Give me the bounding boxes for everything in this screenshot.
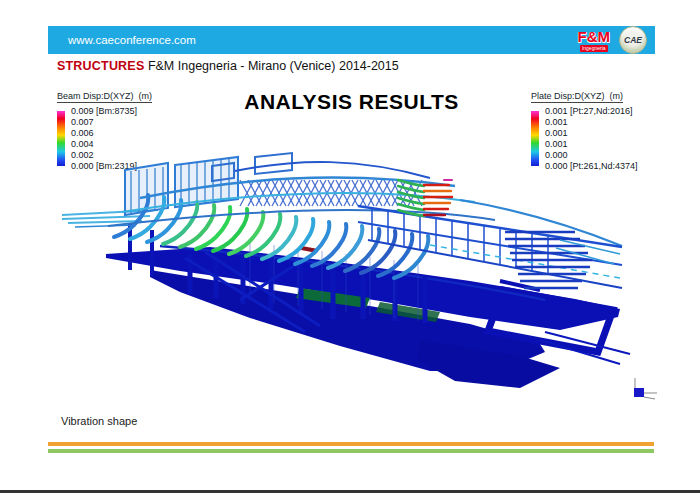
fm-logo-subtext: Ingegneria <box>580 45 608 52</box>
legend-value: 0.009 [Bm:8735] <box>71 106 137 117</box>
slide-headline: STRUCTURES F&M Ingegneria - Mirano (Veni… <box>57 59 399 73</box>
footer-stripe-green <box>48 449 654 453</box>
beam-legend-title: Beam Disp:D(XYZ) (m) <box>57 91 152 103</box>
cae-conference-logo: CAE <box>619 26 647 54</box>
cae-logo-text: CAE <box>624 35 642 45</box>
conference-url: www.caeconference.com <box>48 34 578 46</box>
fem-model-view <box>50 148 635 393</box>
legend-value: 0.007 <box>71 117 137 128</box>
legend-value: 0.001 <box>545 128 638 139</box>
footer-stripe-orange <box>48 442 654 446</box>
bottom-border-line <box>0 490 700 493</box>
fm-ingegneria-logo: F&M Ingegneria <box>578 29 611 52</box>
truss-towers <box>125 153 292 215</box>
plate-legend-title: Plate Disp:D(XYZ) (m) <box>531 91 623 103</box>
banner-logos: F&M Ingegneria CAE <box>578 26 648 54</box>
top-banner: www.caeconference.com F&M Ingegneria CAE <box>48 26 655 54</box>
project-label: STRUCTURES <box>57 59 144 73</box>
legend-value: 0.001 <box>545 117 638 128</box>
legend-value: 0.006 <box>71 128 137 139</box>
axis-triad-icon <box>626 376 660 410</box>
legend-value: 0.001 [Pt:27,Nd:2016] <box>545 106 638 117</box>
project-info: F&M Ingegneria - Mirano (Venice) 2014-20… <box>144 59 398 73</box>
figure-caption: Vibration shape <box>61 415 137 427</box>
fm-logo-text: F&M <box>578 29 611 44</box>
